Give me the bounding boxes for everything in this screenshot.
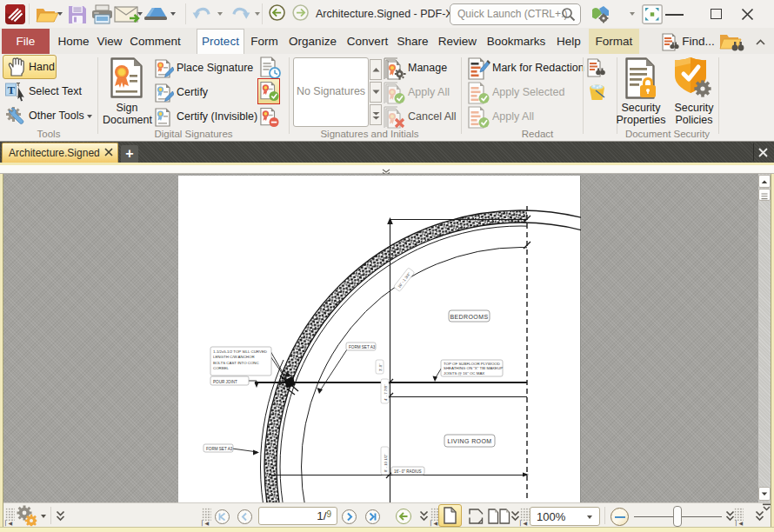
svg-text:4' - 7 7/8": 4' - 7 7/8" xyxy=(384,384,388,401)
svg-text:LENGTH C/W ANCHOR: LENGTH C/W ANCHOR xyxy=(213,355,255,359)
svg-text:16'- 0" RADIUS: 16'- 0" RADIUS xyxy=(394,469,422,474)
svg-text:BOLTS CAST INTO CONC: BOLTS CAST INTO CONC xyxy=(213,361,259,365)
svg-text:SHEATHING ON "X" TBI MAKEUP: SHEATHING ON "X" TBI MAKEUP xyxy=(444,366,503,370)
svg-text:LIVING ROOM: LIVING ROOM xyxy=(447,438,491,444)
svg-text:JOISTS @ 16" OC MAX: JOISTS @ 16" OC MAX xyxy=(444,371,484,376)
svg-text:CORBEL: CORBEL xyxy=(213,366,230,370)
svg-text:TOP OF SUBFLOOR PLYWOOD: TOP OF SUBFLOOR PLYWOOD xyxy=(444,362,500,366)
svg-text:POUR JOINT: POUR JOINT xyxy=(213,380,237,384)
svg-text:8' - 10 1/2": 8' - 10 1/2" xyxy=(384,454,388,472)
svg-text:3'-0": 3'-0" xyxy=(378,363,383,371)
svg-text:BEDROOMS: BEDROOMS xyxy=(450,314,488,320)
svg-text:T: T xyxy=(8,83,16,96)
svg-text:1-1/2x5-1/2 TOP SILL CURVED: 1-1/2x5-1/2 TOP SILL CURVED xyxy=(213,349,267,354)
svg-text:FORM SET A3: FORM SET A3 xyxy=(349,345,376,349)
svg-text:FORM SET A3: FORM SET A3 xyxy=(206,447,233,451)
